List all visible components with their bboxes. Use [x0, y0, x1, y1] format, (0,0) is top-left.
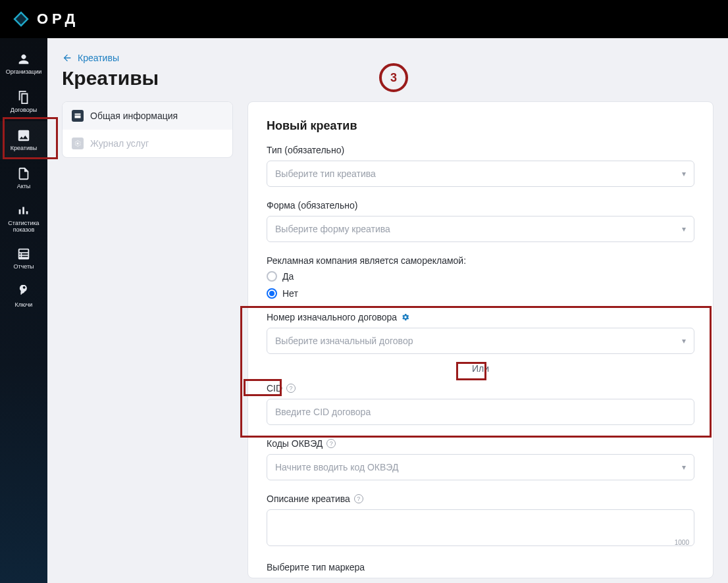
sidebar-item-organizations[interactable]: Организации	[0, 45, 47, 83]
topbar: ОРД	[0, 0, 728, 38]
tab-label: Общая информация	[90, 111, 178, 121]
okved-select[interactable]: Начните вводить код ОКВЭД ▾	[267, 454, 694, 480]
back-icon	[62, 53, 72, 63]
sidebar-item-stats[interactable]: Статистика показов	[0, 197, 47, 240]
content: Креативы Креативы Общая информация	[47, 38, 728, 583]
sidebar-item-label: Организации	[6, 69, 41, 76]
field-cid: CID ?	[267, 383, 694, 425]
or-separator: Или	[267, 363, 694, 374]
sidebar-item-label: Акты	[17, 184, 31, 190]
field-description-label: Описание креатива ?	[267, 494, 694, 504]
chevron-down-icon: ▾	[682, 224, 686, 234]
tab-general-info[interactable]: Общая информация	[63, 102, 232, 130]
breadcrumb[interactable]: Креативы	[62, 53, 714, 63]
form-title: Новый креатив	[267, 119, 694, 133]
field-okved: Коды ОКВЭД ? Начните вводить код ОКВЭД ▾	[267, 438, 694, 480]
sidebar-item-acts[interactable]: Акты	[0, 159, 47, 197]
radio-icon	[267, 271, 277, 282]
field-marker-label: Выберите тип маркера	[267, 562, 694, 572]
sidebar-item-label: Договоры	[11, 107, 37, 114]
type-placeholder: Выберите тип креатива	[275, 168, 376, 179]
breadcrumb-label: Креативы	[78, 53, 119, 63]
radio-yes[interactable]: Да	[267, 271, 694, 282]
field-contract-number: Номер изначального договора Выберите изн…	[267, 312, 694, 354]
contract-placeholder: Выберите изначальный договор	[275, 336, 413, 346]
report-icon	[16, 247, 31, 261]
description-textarea[interactable]	[267, 509, 694, 546]
gear-icon[interactable]	[401, 313, 410, 322]
sidebar-item-contracts[interactable]: Договоры	[0, 83, 47, 121]
svg-point-2	[77, 143, 79, 145]
radio-no[interactable]: Нет	[267, 288, 694, 299]
brand: ОРД	[12, 10, 79, 28]
sidebar-item-label: Отчеты	[13, 264, 34, 270]
sidebar-item-label: Креативы	[11, 145, 37, 152]
bars-icon	[16, 203, 31, 218]
document-icon	[16, 166, 31, 181]
sidebar-item-label: Статистика показов	[0, 220, 47, 234]
people-icon	[16, 52, 31, 66]
sidebar-item-reports[interactable]: Отчеты	[0, 240, 47, 278]
brand-text: ОРД	[37, 11, 79, 28]
image-icon	[16, 128, 31, 143]
chevron-down-icon: ▾	[682, 336, 686, 345]
field-form-label: Форма (обязательно)	[267, 200, 694, 211]
sidebar-item-keys[interactable]: Ключи	[0, 278, 47, 316]
form-placeholder: Выберите форму креатива	[275, 224, 390, 234]
okved-label-text: Коды ОКВЭД	[267, 438, 323, 449]
form-select[interactable]: Выберите форму креатива ▾	[267, 216, 694, 242]
copy-icon	[16, 90, 31, 105]
chevron-down-icon: ▾	[682, 169, 686, 178]
help-icon[interactable]: ?	[326, 439, 336, 448]
radio-icon	[267, 288, 277, 299]
field-description: Описание креатива ? 1000	[267, 494, 694, 549]
field-cid-label: CID ?	[267, 383, 694, 393]
radio-no-label: Нет	[282, 288, 298, 299]
field-type-label: Тип (обязательно)	[267, 145, 694, 155]
key-icon	[16, 285, 31, 299]
contract-select[interactable]: Выберите изначальный договор ▾	[267, 328, 694, 354]
cid-label-text: CID	[267, 383, 282, 393]
gear-square-icon	[72, 138, 84, 149]
desc-label-text: Описание креатива	[267, 494, 350, 504]
char-counter: 1000	[675, 539, 689, 546]
form-panel: Новый креатив Тип (обязательно) Выберите…	[247, 101, 714, 578]
tab-label: Журнал услуг	[90, 138, 149, 149]
field-okved-label: Коды ОКВЭД ?	[267, 438, 694, 449]
contract-label-text: Номер изначального договора	[267, 312, 397, 322]
tab-service-journal: Журнал услуг	[63, 130, 232, 157]
type-select[interactable]: Выберите тип креатива ▾	[267, 161, 694, 187]
sidebar-item-creatives[interactable]: Креативы	[0, 121, 47, 159]
field-form: Форма (обязательно) Выберите форму креат…	[267, 200, 694, 242]
cid-input[interactable]	[267, 399, 694, 425]
field-type: Тип (обязательно) Выберите тип креатива …	[267, 145, 694, 187]
okved-placeholder: Начните вводить код ОКВЭД	[275, 462, 398, 472]
radio-yes-label: Да	[282, 271, 294, 282]
left-panel: Общая информация Журнал услуг	[62, 101, 233, 578]
sidebar-item-label: Ключи	[15, 302, 33, 309]
help-icon[interactable]: ?	[354, 494, 363, 503]
field-marker: Выберите тип маркера	[267, 562, 694, 572]
card-icon	[72, 110, 84, 122]
logo-icon	[12, 10, 30, 28]
tab-card: Общая информация Журнал услуг	[62, 101, 233, 158]
chevron-down-icon: ▾	[682, 463, 686, 472]
field-selfad-label: Рекламная компания является саморекламой…	[267, 255, 694, 266]
page-title: Креативы	[62, 67, 714, 89]
field-selfad: Рекламная компания является саморекламой…	[267, 255, 694, 299]
help-icon[interactable]: ?	[286, 384, 296, 393]
field-contract-label: Номер изначального договора	[267, 312, 694, 322]
sidebar: Организации Договоры Креативы Акты Стати…	[0, 38, 47, 583]
